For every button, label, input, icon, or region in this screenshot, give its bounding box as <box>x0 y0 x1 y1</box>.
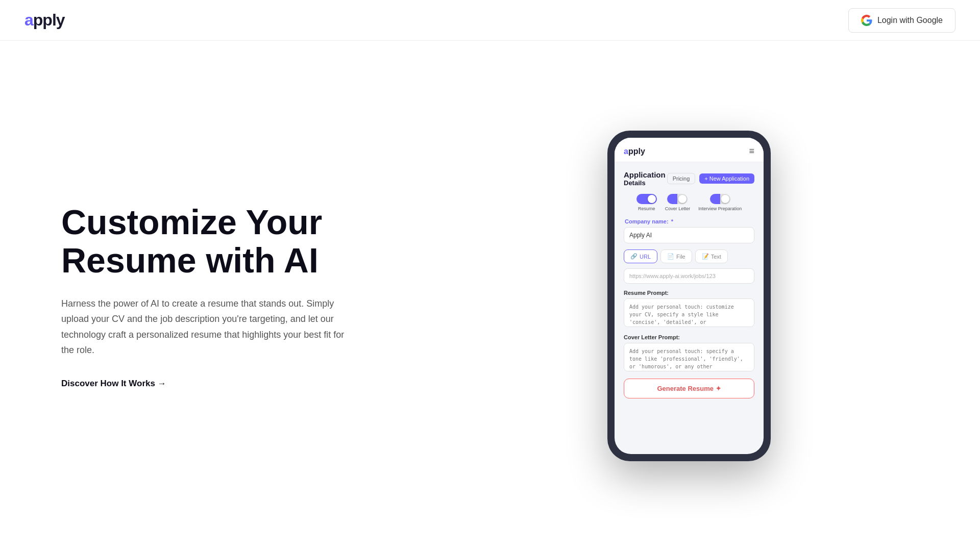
login-button-label: Login with Google <box>877 16 943 25</box>
file-icon: 📄 <box>667 253 674 260</box>
logo-pply: pply <box>33 11 65 29</box>
phone-wrapper: apply ≡ Application Details <box>607 131 771 461</box>
new-application-button[interactable]: + New Application <box>699 173 754 184</box>
text-icon: 📝 <box>702 253 709 260</box>
header: apply Login with Google <box>0 0 980 41</box>
url-input[interactable] <box>624 268 754 284</box>
cover-letter-toggle[interactable] <box>667 194 688 204</box>
tab-text-label: Text <box>711 254 721 260</box>
interview-toggle-label: Interview Preparation <box>698 206 742 211</box>
url-icon: 🔗 <box>630 253 638 260</box>
app-header: apply ≡ <box>615 138 764 162</box>
tab-file-label: File <box>676 254 685 260</box>
app-header-buttons: Pricing + New Application <box>667 173 754 184</box>
app-logo: apply <box>624 147 645 156</box>
toggle-interview: Interview Preparation <box>698 194 742 211</box>
phone-mockup-section: apply ≡ Application Details <box>398 131 980 461</box>
app-body: Application Details Pricing + New Applic… <box>615 162 764 452</box>
tab-text[interactable]: 📝 Text <box>695 249 728 263</box>
cover-letter-toggle-label: Cover Letter <box>665 206 691 211</box>
generate-resume-button[interactable]: Generate Resume ✦ <box>624 379 754 398</box>
tab-url[interactable]: 🔗 URL <box>624 249 657 263</box>
toggle-resume: Resume <box>636 194 657 211</box>
tab-file[interactable]: 📄 File <box>660 249 692 263</box>
phone-outer: apply ≡ Application Details <box>607 131 771 461</box>
company-name-input[interactable] <box>624 227 754 243</box>
required-asterisk: * <box>670 218 673 224</box>
source-tabs: 🔗 URL 📄 File 📝 Text <box>624 249 754 263</box>
app-title-line2: Details <box>624 179 666 187</box>
resume-toggle[interactable] <box>636 194 657 204</box>
app-title-line1: Application <box>624 170 666 179</box>
hero-title: Customize Your Resume with AI <box>61 203 357 280</box>
pricing-button[interactable]: Pricing <box>667 173 696 184</box>
cover-letter-prompt-label: Cover Letter Prompt: <box>624 334 754 340</box>
toggle-knob <box>648 195 656 203</box>
login-with-google-button[interactable]: Login with Google <box>848 8 955 33</box>
toggle-cover-letter: Cover Letter <box>665 194 691 211</box>
app-section-title: Application Details <box>624 170 666 187</box>
tab-url-label: URL <box>640 254 651 260</box>
app-title-row: Application Details Pricing + New Applic… <box>624 170 754 187</box>
discover-how-it-works-link[interactable]: Discover How It Works → <box>61 379 166 388</box>
cover-letter-prompt-textarea[interactable] <box>624 343 754 371</box>
phone-screen: apply ≡ Application Details <box>615 138 764 454</box>
app-logo-ai: a <box>624 147 628 156</box>
hamburger-menu-icon[interactable]: ≡ <box>749 146 754 157</box>
logo-ai: a <box>24 11 33 29</box>
google-icon <box>861 15 872 26</box>
toggle-knob-3 <box>721 195 729 203</box>
resume-prompt-label: Resume Prompt: <box>624 290 754 296</box>
toggles-row: Resume Cover Letter <box>624 194 754 211</box>
resume-prompt-textarea[interactable] <box>624 298 754 327</box>
app-logo-pply: pply <box>628 147 645 156</box>
toggle-knob-2 <box>678 195 687 203</box>
interview-toggle[interactable] <box>710 194 730 204</box>
hero-section: Customize Your Resume with AI Harness th… <box>0 203 398 389</box>
main-content: Customize Your Resume with AI Harness th… <box>0 41 980 551</box>
resume-toggle-label: Resume <box>638 206 655 211</box>
hero-subtitle: Harness the power of AI to create a resu… <box>61 296 347 358</box>
logo[interactable]: apply <box>24 11 65 30</box>
company-name-label: Company name: * <box>624 218 754 224</box>
